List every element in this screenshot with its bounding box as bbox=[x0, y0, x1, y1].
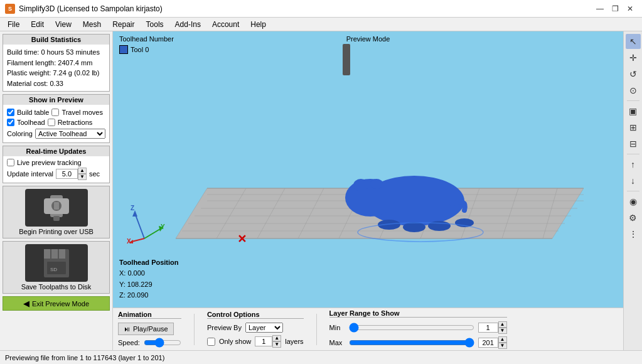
max-label: Max bbox=[329, 339, 345, 346]
retractions-label: Retractions bbox=[58, 119, 93, 126]
max-spinner: ▲ ▼ bbox=[478, 336, 507, 349]
toolhead-checkbox[interactable] bbox=[7, 119, 14, 126]
update-interval-label: Update interval bbox=[7, 170, 53, 178]
min-spinner-btns: ▲ ▼ bbox=[498, 321, 507, 334]
min-slider[interactable] bbox=[349, 323, 474, 333]
max-down[interactable]: ▼ bbox=[498, 343, 507, 349]
menu-file[interactable]: File bbox=[3, 19, 24, 30]
realtime-updates-section: Real-time Updates Live preview tracking … bbox=[3, 146, 110, 183]
build-table-row: Build table bbox=[7, 109, 49, 116]
toolhead-number-title: Toolhead Number bbox=[119, 35, 174, 43]
update-interval-spinner: ▲ ▼ bbox=[56, 168, 87, 180]
svg-line-45 bbox=[144, 229, 160, 238]
tool-settings-button[interactable]: ⚙ bbox=[626, 210, 641, 225]
animation-group: Animation ⏯ Play/Pause Speed: bbox=[118, 311, 181, 348]
svg-point-38 bbox=[403, 222, 425, 232]
menu-edit[interactable]: Edit bbox=[26, 19, 49, 30]
app-icon: S bbox=[5, 4, 15, 14]
play-pause-button[interactable]: ⏯ Play/Pause bbox=[118, 323, 174, 335]
interval-down[interactable]: ▼ bbox=[78, 174, 87, 180]
toolbar-separator-1 bbox=[627, 100, 639, 101]
min-down[interactable]: ▼ bbox=[498, 328, 507, 334]
only-show-up[interactable]: ▲ bbox=[272, 335, 281, 341]
center-area: Toolhead Number Tool 0 Preview Mode bbox=[113, 31, 623, 350]
tool-slice-button[interactable]: ◉ bbox=[626, 194, 641, 209]
play-pause-label: Play/Pause bbox=[133, 325, 168, 333]
right-toolbar: ↖ ✛ ↺ ⊙ ▣ ⊞ ⊟ ↑ ↓ ◉ ⚙ ⋮ bbox=[623, 31, 642, 350]
close-button[interactable]: ✕ bbox=[623, 3, 637, 15]
update-interval-row: Update interval ▲ ▼ sec bbox=[7, 168, 105, 180]
toolhead-position-y: Y: 108.229 bbox=[119, 279, 179, 291]
preview-mode-label: Preview Mode bbox=[346, 35, 390, 43]
realtime-title: Real-time Updates bbox=[3, 146, 109, 156]
3d-viewport[interactable]: Toolhead Number Tool 0 Preview Mode bbox=[113, 31, 623, 308]
live-tracking-label: Live preview tracking bbox=[17, 159, 82, 166]
coloring-select[interactable]: Active Toolhead Feature Type Speed Tempe… bbox=[35, 129, 105, 139]
divider-1 bbox=[194, 314, 195, 345]
menu-help[interactable]: Help bbox=[245, 19, 271, 30]
menu-account[interactable]: Account bbox=[207, 19, 244, 30]
speed-slider[interactable] bbox=[144, 338, 181, 348]
save-disk-button[interactable]: SD Save Toolpaths to Disk bbox=[3, 241, 110, 294]
max-row: Max ▲ ▼ bbox=[329, 336, 507, 349]
svg-rect-6 bbox=[44, 249, 50, 259]
svg-point-35 bbox=[353, 179, 368, 191]
menu-mesh[interactable]: Mesh bbox=[78, 19, 106, 30]
svg-text:Y: Y bbox=[161, 223, 165, 230]
max-value-input[interactable] bbox=[478, 338, 498, 348]
tool-cursor-button[interactable]: ↖ bbox=[626, 34, 641, 49]
min-up[interactable]: ▲ bbox=[498, 321, 507, 328]
tool-right-view-button[interactable]: ⊟ bbox=[626, 136, 641, 151]
only-show-checkbox[interactable] bbox=[207, 338, 215, 346]
tool0-color-box bbox=[119, 45, 128, 54]
status-bar: Previewing file from line 1 to 117643 (l… bbox=[0, 350, 642, 364]
tool-rotate-view-button[interactable]: ↺ bbox=[626, 67, 641, 82]
svg-point-39 bbox=[428, 221, 451, 231]
only-show-down[interactable]: ▼ bbox=[272, 341, 281, 348]
tool-support-button[interactable]: ⋮ bbox=[626, 227, 641, 242]
control-options-title: Control Options bbox=[207, 311, 304, 319]
tool-layer-down-button[interactable]: ↓ bbox=[626, 173, 641, 188]
menu-addins[interactable]: Add-Ins bbox=[170, 19, 206, 30]
live-tracking-checkbox[interactable] bbox=[7, 159, 14, 166]
tool-layer-up-button[interactable]: ↑ bbox=[626, 157, 641, 172]
svg-text:X: X bbox=[127, 238, 131, 245]
svg-rect-8 bbox=[59, 249, 65, 259]
update-interval-input[interactable] bbox=[56, 169, 78, 179]
maximize-button[interactable]: ❐ bbox=[608, 3, 622, 15]
tool-move-button[interactable]: ✛ bbox=[626, 50, 641, 65]
tool-top-view-button[interactable]: ⊞ bbox=[626, 120, 641, 135]
exit-preview-button[interactable]: ◀ Exit Preview Mode bbox=[3, 296, 110, 311]
preview-by-select[interactable]: Layer Feature Speed bbox=[245, 323, 283, 333]
crosshair-marker: ✕ bbox=[237, 232, 247, 246]
stat-plastic-weight: Plastic weight: 7.24 g (0.02 lb) bbox=[7, 68, 105, 78]
tool-front-view-button[interactable]: ▣ bbox=[626, 104, 641, 119]
layer-range-group: Layer Range to Show Min ▲ ▼ Max bbox=[329, 309, 507, 349]
usb-print-button[interactable]: Begin Printing over USB bbox=[3, 186, 110, 238]
build-table-checkbox[interactable] bbox=[7, 109, 14, 116]
menu-view[interactable]: View bbox=[50, 19, 77, 30]
preview-by-row: Preview By Layer Feature Speed bbox=[207, 323, 304, 333]
menu-repair[interactable]: Repair bbox=[107, 19, 139, 30]
svg-text:Z: Z bbox=[131, 205, 134, 211]
toolbar-separator-3 bbox=[627, 191, 639, 191]
interval-up[interactable]: ▲ bbox=[78, 168, 87, 174]
tool0-label-row: Tool 0 bbox=[119, 45, 149, 54]
minimize-button[interactable]: — bbox=[593, 3, 607, 15]
only-show-input[interactable] bbox=[255, 336, 272, 346]
stat-build-time: Build time: 0 hours 53 minutes bbox=[7, 47, 105, 58]
live-tracking-row: Live preview tracking bbox=[7, 159, 105, 166]
toolhead-row: Toolhead bbox=[7, 119, 45, 126]
toolhead-position: Toolhead Position X: 0.000 Y: 108.229 Z:… bbox=[119, 257, 179, 301]
max-up[interactable]: ▲ bbox=[498, 336, 507, 343]
tool-orbit-button[interactable]: ⊙ bbox=[626, 83, 641, 98]
spinner-buttons: ▲ ▼ bbox=[78, 168, 87, 180]
min-value-input[interactable] bbox=[478, 323, 498, 333]
play-pause-row: ⏯ Play/Pause bbox=[118, 323, 181, 335]
travel-moves-checkbox[interactable] bbox=[51, 109, 59, 116]
max-slider[interactable] bbox=[349, 338, 474, 348]
retractions-checkbox[interactable] bbox=[48, 119, 55, 126]
3d-grid-svg bbox=[144, 63, 584, 276]
menu-tools[interactable]: Tools bbox=[141, 19, 169, 30]
toolhead-position-title: Toolhead Position bbox=[119, 257, 179, 269]
